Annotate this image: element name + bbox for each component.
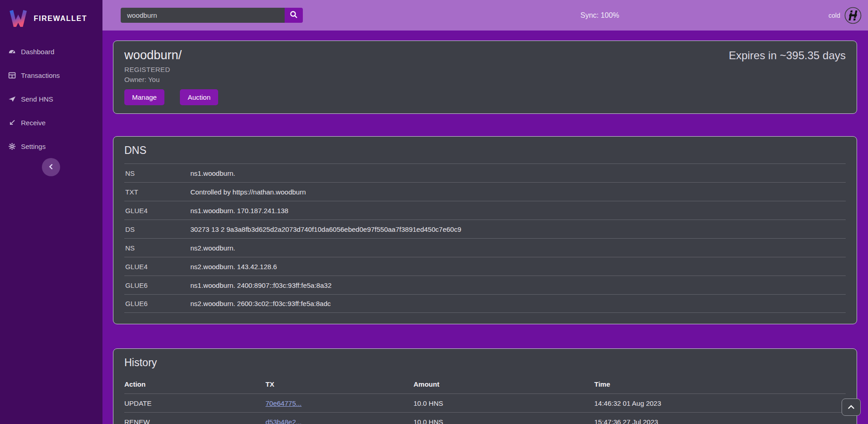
dns-card: DNS NS ns1.woodburn. TXT Controlled by h… [113,136,857,324]
sidebar-item-dashboard[interactable]: Dashboard [0,40,102,63]
sidebar-item-transactions[interactable]: Transactions [0,63,102,87]
sidebar-item-label: Settings [21,143,46,150]
sidebar-nav: Dashboard Transactions Send HNS Receive [0,40,102,158]
dns-record-row: NS ns1.woodburn. [124,163,846,182]
search-icon [290,10,298,20]
firewallet-app: FIREWALLET Dashboard Transactions Send H… [0,0,868,424]
sync-status: Sync: 100% [512,11,619,20]
history-card-title: History [124,357,846,369]
wallet-indicator[interactable]: cold [828,7,862,24]
dns-record-type: GLUE6 [124,281,190,289]
dns-record-row: GLUE6 ns1.woodburn. 2400:8907::f03c:93ff… [124,276,846,294]
dns-record-value: ns2.woodburn. 143.42.128.6 [190,263,277,271]
history-table-row: RENEW d53b48e2... 10.0 HNS 15:47:36 27 J… [124,412,846,424]
history-col-amount: Amount [414,380,594,388]
dns-record-value: ns2.woodburn. [190,244,235,252]
history-col-time: Time [594,380,846,388]
history-card: History Action TX Amount Time UPDATE 70e… [113,348,857,424]
brand: FIREWALLET [0,0,102,31]
history-action: UPDATE [124,399,266,407]
sidebar-item-send-hns[interactable]: Send HNS [0,87,102,111]
dns-record-type: NS [124,244,190,252]
search-bar [121,8,303,23]
dns-record-row: GLUE6 ns2.woodburn. 2600:3c02::f03c:93ff… [124,294,846,313]
chevron-left-icon [48,164,54,171]
history-col-action: Action [124,380,266,388]
sidebar-item-settings[interactable]: Settings [0,134,102,158]
dns-record-row: GLUE4 ns1.woodburn. 170.187.241.138 [124,201,846,220]
sidebar-item-receive[interactable]: Receive [0,111,102,134]
history-amount: 10.0 HNS [414,399,594,407]
sidebar-item-label: Receive [21,119,46,127]
domain-status-label: REGISTERED [124,66,846,73]
main-column: Sync: 100% cold woodburn/ [102,0,868,424]
history-table: Action TX Amount Time UPDATE 70e64775...… [124,375,846,424]
dns-records-table: NS ns1.woodburn. TXT Controlled by https… [124,163,846,313]
sidebar-item-label: Transactions [21,72,60,79]
topbar: Sync: 100% cold [102,0,868,31]
history-col-tx: TX [266,380,414,388]
search-input[interactable] [121,8,285,23]
sidebar: FIREWALLET Dashboard Transactions Send H… [0,0,102,424]
page-content: woodburn/ REGISTERED Owner: You Manage A… [102,31,868,424]
brand-name: FIREWALLET [34,15,87,23]
dns-record-row: NS ns2.woodburn. [124,238,846,257]
sidebar-item-label: Send HNS [21,95,53,103]
dns-record-value: 30273 13 2 9a3a8fb3d625d2a2073d740f10da6… [190,225,461,233]
dns-record-row: TXT Controlled by https://nathan.woodbur… [124,182,846,201]
domain-owner-label: Owner: You [124,76,846,83]
history-amount: 10.0 HNS [414,418,594,424]
history-action: RENEW [124,418,266,424]
handshake-hns-logo-icon [844,7,862,24]
dns-record-row: GLUE4 ns2.woodburn. 143.42.128.6 [124,257,846,276]
dns-record-row: DS 30273 13 2 9a3a8fb3d625d2a2073d740f10… [124,220,846,238]
domain-actions: Manage Auction [124,89,846,105]
receive-arrow-icon [8,119,16,127]
dns-record-type: DS [124,225,190,233]
chevron-up-icon [848,404,854,411]
dns-record-value: Controlled by https://nathan.woodburn [190,188,306,196]
firewallet-logo-icon [8,9,28,29]
history-time: 14:46:32 01 Aug 2023 [594,399,846,407]
dns-record-type: GLUE6 [124,300,190,307]
dns-record-type: GLUE4 [124,207,190,215]
dns-record-value: ns2.woodburn. 2600:3c02::f03c:93ff:fe5a:… [190,300,331,307]
auction-button[interactable]: Auction [180,89,218,105]
tx-hash-link[interactable]: 70e64775... [266,399,301,407]
domain-summary-card: woodburn/ REGISTERED Owner: You Manage A… [113,41,857,114]
send-plane-icon [8,95,16,103]
dns-record-value: ns1.woodburn. [190,169,235,177]
dns-record-type: NS [124,169,190,177]
history-table-row: UPDATE 70e64775... 10.0 HNS 14:46:32 01 … [124,393,846,412]
history-time: 15:47:36 27 Jul 2023 [594,418,846,424]
history-table-header: Action TX Amount Time [124,375,846,393]
sidebar-item-label: Dashboard [21,48,54,56]
dns-record-type: TXT [124,188,190,196]
domain-expiry-text: Expires in ~395.35 days [729,49,846,62]
transactions-table-icon [8,72,16,79]
dns-record-type: GLUE4 [124,263,190,271]
dns-record-value: ns1.woodburn. 170.187.241.138 [190,207,288,215]
manage-button[interactable]: Manage [124,89,164,105]
scroll-to-top-button[interactable] [842,398,861,416]
wallet-mode-label: cold [828,12,840,19]
dns-record-value: ns1.woodburn. 2400:8907::f03c:93ff:fe5a:… [190,281,332,289]
dashboard-gauge-icon [8,48,16,56]
tx-hash-link[interactable]: d53b48e2... [266,418,301,424]
sidebar-collapse-button[interactable] [42,158,60,176]
dns-card-title: DNS [124,144,846,157]
settings-gear-icon [8,143,16,150]
search-button[interactable] [285,8,303,23]
